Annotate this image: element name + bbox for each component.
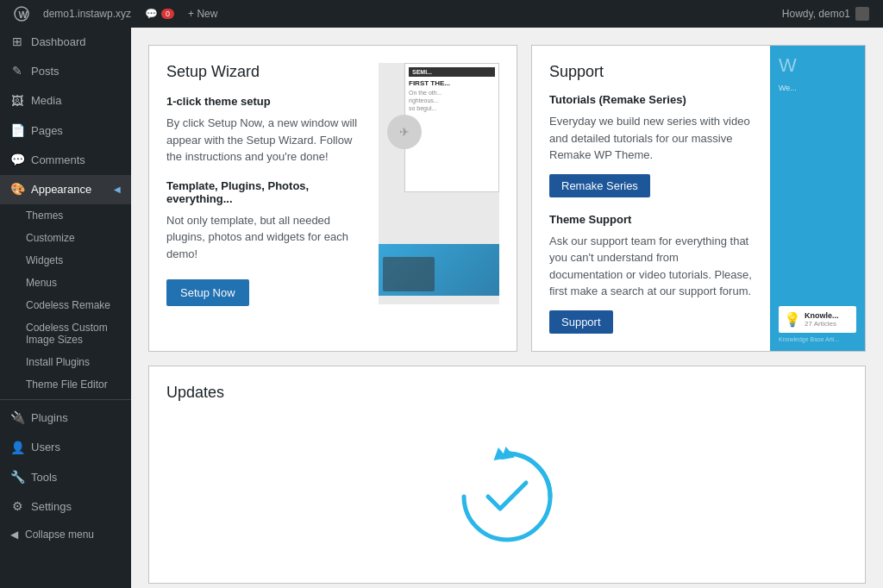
media-icon: 🖼 (10, 94, 24, 108)
setup-wizard-card: Setup Wizard 1-click theme setup By clic… (148, 45, 517, 352)
setup-wizard-title: Setup Wizard (166, 63, 365, 81)
sidebar-item-comments[interactable]: 💬 Comments (0, 146, 131, 175)
knowledge-icon: 💡 (784, 311, 801, 328)
sidebar-item-media[interactable]: 🖼 Media (0, 86, 131, 116)
remake-series-button[interactable]: Remake Series (549, 174, 650, 197)
theme-support-title: Theme Support (549, 213, 753, 226)
support-title: Support (549, 63, 753, 81)
comments-link[interactable]: 💬 0 (138, 0, 181, 28)
setup-wizard-image: SEMI... FIRST THE... On the oth...righte… (379, 63, 499, 334)
sidebar-item-appearance[interactable]: 🎨 Appearance ◀ (0, 175, 131, 204)
updates-icon-area (166, 428, 848, 566)
sidebar-item-theme-file-editor[interactable]: Theme File Editor (0, 373, 131, 396)
posts-icon: ✎ (10, 65, 24, 78)
collapse-menu-button[interactable]: ◀ Collapse menu (0, 522, 131, 547)
main-layout: ⊞ Dashboard ✎ Posts 🖼 Media 📄 Pages 💬 Co… (0, 28, 883, 588)
comments-icon: 💬 (10, 153, 24, 167)
support-card-content: Support Tutorials (Remake Series) Everyd… (532, 46, 770, 351)
updates-section: Updates (148, 366, 866, 584)
plugins-icon: 🔌 (10, 411, 24, 425)
sidebar-item-widgets[interactable]: Widgets (0, 249, 131, 272)
knowledge-count: 27 Articles (805, 320, 839, 328)
remake-series-button-container: Remake Series (549, 174, 753, 197)
updates-complete-icon (455, 445, 559, 548)
setup-subtitle-1: 1-click theme setup (166, 95, 365, 108)
setup-subtitle-2: Template, Plugins, Photos, everything... (166, 179, 365, 205)
admin-menu: ⊞ Dashboard ✎ Posts 🖼 Media 📄 Pages 💬 Co… (0, 28, 131, 588)
dashboard-icon: ⊞ (10, 35, 24, 49)
knowledge-base-label: Knowledge Base Arti... (779, 336, 839, 342)
tools-icon: 🔧 (10, 471, 24, 485)
setup-desc-1: By click Setup Now, a new window will ap… (166, 115, 365, 166)
support-button[interactable]: Support (549, 310, 613, 334)
updates-title: Updates (166, 384, 848, 402)
tutorials-title: Tutorials (Remake Series) (549, 93, 753, 106)
theme-support-desc: Ask our support team for everything that… (549, 233, 753, 300)
settings-icon: ⚙ (10, 500, 24, 514)
sidebar-item-menus[interactable]: Menus (0, 272, 131, 294)
sidebar-item-pages[interactable]: 📄 Pages (0, 116, 131, 146)
svg-text:W: W (19, 9, 28, 20)
sidebar-item-tools[interactable]: 🔧 Tools (0, 463, 131, 492)
knowledge-info: Knowle... 27 Articles (805, 311, 839, 328)
tutorials-desc: Everyday we build new series with video … (549, 113, 753, 164)
menu-separator (0, 399, 131, 400)
setup-desc-2: Not only template, but all needed plugin… (166, 212, 365, 263)
comment-icon: 💬 (145, 8, 158, 20)
sidebar-item-themes[interactable]: Themes (0, 204, 131, 227)
admin-bar: W demo1.instawp.xyz 💬 0 + New Howdy, dem… (0, 0, 883, 28)
sidebar-item-customize[interactable]: Customize (0, 227, 131, 249)
new-content-button[interactable]: + New (181, 0, 224, 28)
avatar (855, 7, 869, 21)
user-menu[interactable]: Howdy, demo1 (775, 0, 876, 28)
setup-now-button[interactable]: Setup Now (166, 279, 249, 306)
support-image-panel: W We... 💡 Knowle... 27 Articles Knowledg (770, 46, 865, 351)
appearance-icon: 🎨 (10, 183, 24, 197)
site-name[interactable]: demo1.instawp.xyz (36, 0, 138, 28)
support-card: Support Tutorials (Remake Series) Everyd… (531, 45, 866, 352)
adminbar-right: Howdy, demo1 (775, 0, 876, 28)
sidebar-item-posts[interactable]: ✎ Posts (0, 57, 131, 86)
sidebar-item-dashboard[interactable]: ⊞ Dashboard (0, 28, 131, 57)
appearance-arrow-icon: ◀ (114, 184, 121, 196)
sidebar-item-codeless-remake[interactable]: Codeless Remake (0, 294, 131, 316)
sidebar-item-settings[interactable]: ⚙ Settings (0, 492, 131, 522)
users-icon: 👤 (10, 441, 24, 454)
knowledge-title: Knowle... (805, 311, 839, 320)
cards-row: Setup Wizard 1-click theme setup By clic… (148, 45, 866, 352)
pages-icon: 📄 (10, 124, 24, 138)
sidebar-item-codeless-custom-image-sizes[interactable]: Codeless Custom Image Sizes (0, 316, 131, 351)
content-area: Setup Wizard 1-click theme setup By clic… (131, 28, 883, 588)
support-bg: W We... 💡 Knowle... 27 Articles Knowledg (770, 46, 865, 351)
sidebar-item-plugins[interactable]: 🔌 Plugins (0, 403, 131, 433)
content-inner: Setup Wizard 1-click theme setup By clic… (131, 45, 866, 584)
wp-logo[interactable]: W (7, 6, 36, 22)
sidebar-item-users[interactable]: 👤 Users (0, 433, 131, 462)
comments-count: 0 (161, 9, 174, 19)
sidebar-item-install-plugins[interactable]: Install Plugins (0, 351, 131, 373)
setup-card-content: Setup Wizard 1-click theme setup By clic… (166, 63, 365, 334)
collapse-icon: ◀ (10, 529, 18, 541)
